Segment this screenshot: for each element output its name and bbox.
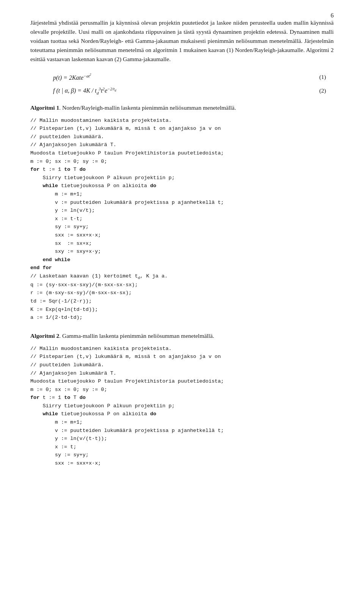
formula-row-1: p(t) = 2Kate−at2 (1) [30,73,334,81]
formula-block: p(t) = 2Kate−at2 (1) f (t | α, β) = 4K /… [30,73,334,95]
formula-1-number: (1) [319,74,326,80]
formula-row-2: f (t | α, β) = 4K / td3t2e−2/td (2) [30,87,334,95]
algorithm-1-code: // Mallin muodostaminen kaikista projekt… [30,117,334,322]
formula-2-math: f (t | α, β) = 4K / td3t2e−2/td [53,87,116,95]
formula-1-math: p(t) = 2Kate−at2 [53,73,91,81]
formula-2-number: (2) [319,87,326,94]
paragraph-intro: Järjestelmä yhdistää perusmallin ja käyn… [30,18,334,64]
algorithm-2-code: // Mallin muodostaminen kaikista projekt… [30,345,334,468]
page-number: 6 [331,12,334,19]
algorithm-1-title: Algoritmi 1. Norden/Rayleigh-mallin lask… [30,104,334,111]
algorithm-2-title: Algoritmi 2. Gamma-mallin laskenta pieni… [30,333,334,339]
